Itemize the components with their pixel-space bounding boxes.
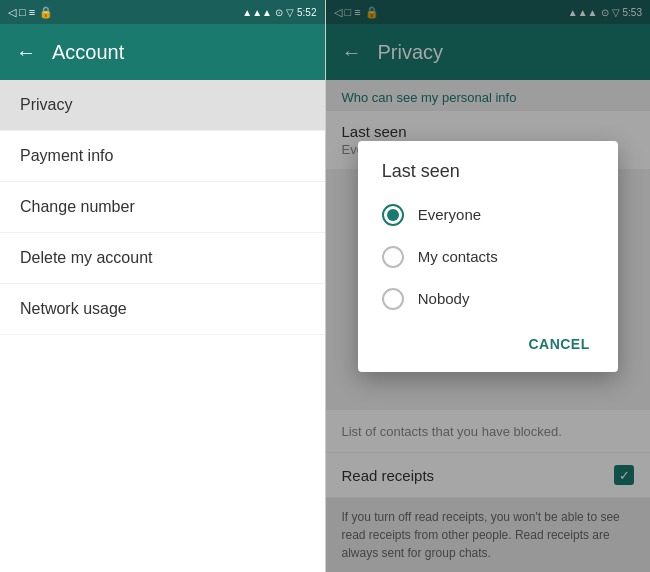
last-seen-dialog: Last seen Everyone My contacts Nobody CA… bbox=[358, 141, 618, 372]
wifi-icon: ▽ bbox=[286, 7, 294, 18]
account-top-bar: ← Account bbox=[0, 24, 325, 80]
radio-everyone-label: Everyone bbox=[418, 206, 481, 223]
radio-my-contacts-circle bbox=[382, 246, 404, 268]
signal-icon: ▲▲▲ bbox=[242, 7, 272, 18]
radio-nobody-circle bbox=[382, 288, 404, 310]
clock-icon: ⊙ bbox=[275, 7, 283, 18]
left-status-bar: ◁ □ ≡ 🔒 ▲▲▲ ⊙ ▽ 5:52 bbox=[0, 0, 325, 24]
dialog-title: Last seen bbox=[358, 141, 618, 194]
radio-my-contacts[interactable]: My contacts bbox=[358, 236, 618, 278]
account-back-button[interactable]: ← bbox=[16, 41, 36, 64]
menu-item-change-number[interactable]: Change number bbox=[0, 182, 325, 233]
menu-item-delete-account[interactable]: Delete my account bbox=[0, 233, 325, 284]
account-menu-list: Privacy Payment info Change number Delet… bbox=[0, 80, 325, 572]
dialog-overlay: Last seen Everyone My contacts Nobody CA… bbox=[326, 0, 651, 572]
dialog-cancel-button[interactable]: CANCEL bbox=[516, 328, 601, 360]
account-title: Account bbox=[52, 41, 124, 64]
radio-everyone-circle bbox=[382, 204, 404, 226]
network-label: 5:52 bbox=[297, 7, 316, 18]
dialog-actions: CANCEL bbox=[358, 320, 618, 372]
nav-icons: ◁ □ ≡ bbox=[8, 6, 35, 19]
account-panel: ◁ □ ≡ 🔒 ▲▲▲ ⊙ ▽ 5:52 ← Account Privacy P… bbox=[0, 0, 325, 572]
radio-everyone[interactable]: Everyone bbox=[358, 194, 618, 236]
lock-icon: 🔒 bbox=[39, 6, 53, 19]
left-status-icons: ◁ □ ≡ 🔒 bbox=[8, 6, 53, 19]
menu-item-privacy[interactable]: Privacy bbox=[0, 80, 325, 131]
radio-nobody[interactable]: Nobody bbox=[358, 278, 618, 320]
privacy-panel: ◁ □ ≡ 🔒 ▲▲▲ ⊙ ▽ 5:53 ← Privacy Who can s… bbox=[325, 0, 651, 572]
radio-nobody-label: Nobody bbox=[418, 290, 470, 307]
menu-item-payment[interactable]: Payment info bbox=[0, 131, 325, 182]
menu-item-network[interactable]: Network usage bbox=[0, 284, 325, 335]
radio-my-contacts-label: My contacts bbox=[418, 248, 498, 265]
left-status-right: ▲▲▲ ⊙ ▽ 5:52 bbox=[242, 7, 316, 18]
